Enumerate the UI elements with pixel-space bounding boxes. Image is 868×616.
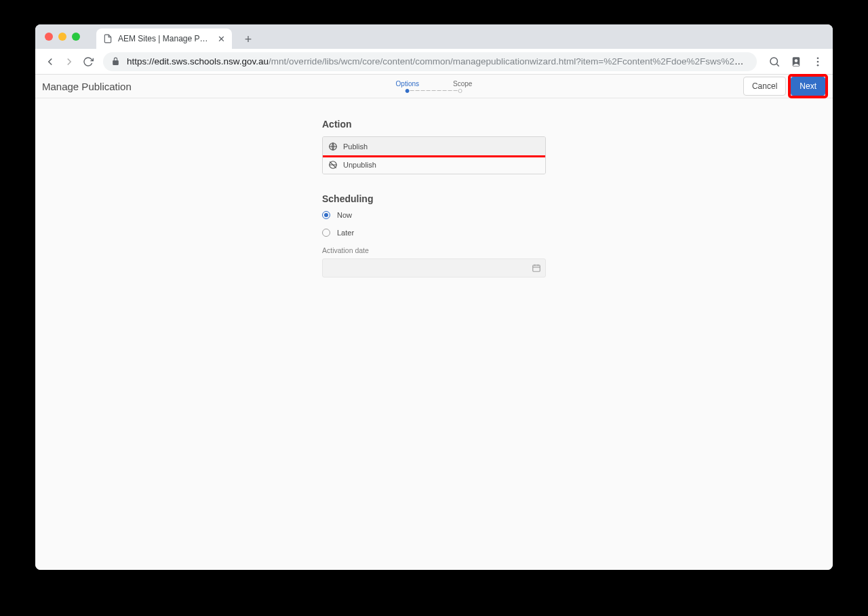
wizard-progress-icon [406, 89, 462, 93]
window-close-icon[interactable] [45, 33, 53, 41]
wizard-step-options[interactable]: Options [396, 80, 419, 88]
url-text: https://edit.sws.schools.nsw.gov.au/mnt/… [127, 56, 749, 66]
kebab-menu-icon[interactable] [808, 52, 827, 71]
page-favicon-icon [103, 34, 113, 43]
svg-point-5 [817, 60, 819, 62]
forward-button[interactable] [60, 52, 79, 71]
new-tab-button[interactable]: + [239, 30, 258, 49]
next-button[interactable]: Next [791, 77, 825, 96]
globe-off-icon [328, 160, 338, 170]
tab-close-icon[interactable]: ✕ [218, 34, 225, 44]
wizard-steps: Options Scope [396, 80, 473, 93]
action-option-publish-label: Publish [343, 142, 368, 151]
scheduling-section-title: Scheduling [322, 193, 546, 204]
window-maximize-icon[interactable] [72, 33, 80, 41]
globe-icon [328, 142, 338, 151]
form-column: Action Publish Unpublish Scheduling [322, 119, 546, 570]
app-header: Manage Publication Options Scope Cancel … [35, 75, 833, 98]
browser-toolbar: https://edit.sws.schools.nsw.gov.au/mnt/… [35, 49, 833, 75]
radio-icon [322, 229, 330, 237]
svg-point-6 [817, 64, 819, 66]
activation-date-input[interactable] [322, 258, 546, 277]
svg-rect-10 [533, 265, 540, 271]
action-option-publish[interactable]: Publish [323, 137, 545, 155]
profile-icon[interactable] [787, 52, 806, 71]
action-option-unpublish[interactable]: Unpublish [323, 155, 545, 174]
radio-icon [322, 211, 330, 219]
action-option-group: Publish Unpublish [322, 136, 546, 174]
browser-window: AEM Sites | Manage Publicatio ✕ + https:… [35, 24, 833, 570]
url-host: https://edit.sws.schools.nsw.gov.au [127, 56, 269, 66]
page-title: Manage Publication [42, 81, 132, 92]
calendar-icon [532, 263, 541, 273]
zoom-icon[interactable] [765, 52, 784, 71]
scheduling-now-label: Now [337, 211, 352, 219]
annotation-highlight-next: Next [790, 76, 826, 96]
wizard-step-scope[interactable]: Scope [453, 80, 472, 88]
toolbar-right [762, 52, 827, 71]
scheduling-option-now[interactable]: Now [322, 211, 546, 219]
scheduling-later-label: Later [337, 229, 354, 237]
scheduling-option-later[interactable]: Later [322, 229, 546, 237]
browser-tab[interactable]: AEM Sites | Manage Publicatio ✕ [96, 28, 232, 49]
content-area: Action Publish Unpublish Scheduling [35, 98, 833, 570]
action-option-unpublish-label: Unpublish [343, 161, 376, 169]
lock-icon [111, 57, 120, 66]
reload-button[interactable] [79, 52, 98, 71]
action-section-title: Action [322, 119, 546, 130]
window-controls [41, 24, 84, 49]
back-button[interactable] [41, 52, 60, 71]
cancel-button[interactable]: Cancel [743, 77, 786, 96]
svg-line-1 [776, 64, 778, 66]
tab-title: AEM Sites | Manage Publicatio [118, 34, 211, 43]
activation-date-label: Activation date [322, 246, 546, 254]
address-bar[interactable]: https://edit.sws.schools.nsw.gov.au/mnt/… [103, 52, 757, 71]
tab-strip: AEM Sites | Manage Publicatio ✕ + [35, 24, 833, 49]
svg-point-4 [817, 57, 819, 59]
window-minimize-icon[interactable] [58, 33, 66, 41]
svg-point-0 [770, 58, 778, 65]
svg-point-3 [795, 59, 798, 62]
url-path: /mnt/override/libs/wcm/core/content/comm… [269, 56, 749, 66]
